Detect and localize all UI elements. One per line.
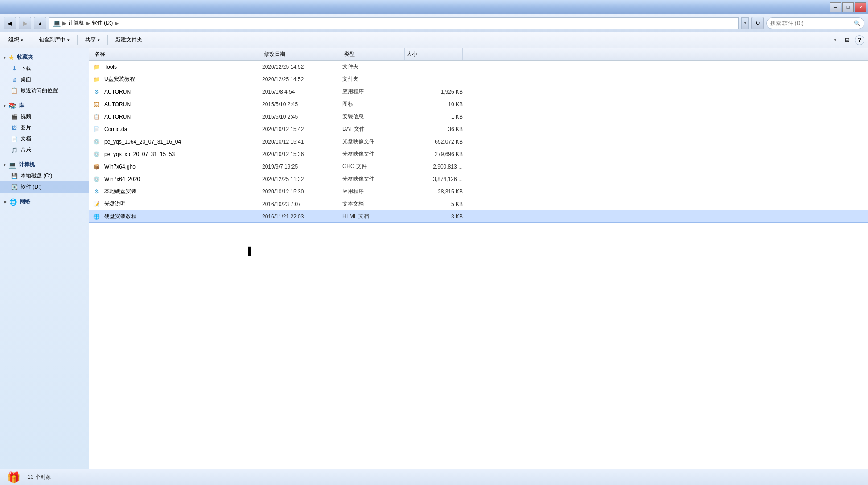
layout-icon: ⊞ (845, 37, 850, 43)
file-row[interactable]: 📁 Tools 2020/12/25 14:52 文件夹 (89, 61, 868, 73)
close-button[interactable]: ✕ (855, 2, 866, 12)
music-icon: 🎵 (11, 147, 18, 154)
back-button[interactable]: ◀ (4, 17, 16, 29)
file-row[interactable]: 💿 pe_yqs_xp_20_07_31_15_53 2020/10/12 15… (89, 148, 868, 160)
file-row[interactable]: 🌐 硬盘安装教程 2016/11/21 22:03 HTML 文档 3 KB (89, 210, 868, 223)
share-button[interactable]: 共享 ▾ (80, 34, 105, 46)
col-size-label: 大小 (407, 50, 417, 58)
file-row[interactable]: 📦 Win7x64.gho 2019/9/7 19:25 GHO 文件 2,90… (89, 160, 868, 173)
file-cell-date: 2016/11/21 22:03 (262, 214, 342, 220)
file-name: 本地硬盘安装 (104, 188, 136, 195)
path-icon: 💻 (53, 20, 61, 27)
file-cell-name: 🌐 硬盘安装教程 (93, 213, 262, 220)
recent-label: 最近访问的位置 (21, 87, 58, 95)
expand-arrow-library: ▾ (4, 103, 6, 108)
network-header[interactable]: ▶ 🌐 网络 (0, 196, 89, 207)
document-label: 文档 (21, 135, 31, 143)
expand-arrow-favorites: ▾ (4, 55, 6, 60)
file-row[interactable]: 💿 pe_yqs_1064_20_07_31_16_04 2020/10/12 … (89, 136, 868, 148)
col-header-type[interactable]: 类型 (342, 48, 405, 60)
file-name: Config.dat (104, 126, 129, 132)
layout-button[interactable]: ⊞ (841, 34, 853, 46)
file-cell-size: 10 KB (405, 101, 463, 107)
picture-label: 图片 (21, 124, 31, 132)
file-cell-type: 文件夹 (342, 63, 405, 70)
file-name: pe_yqs_1064_20_07_31_16_04 (104, 139, 181, 145)
sidebar-item-music[interactable]: 🎵 音乐 (0, 144, 89, 156)
sidebar: ▾ ★ 收藏夹 ⬇ 下载 🖥 桌面 📋 最近访问的位置 ▾ 📚 库 (0, 48, 89, 469)
sidebar-item-download[interactable]: ⬇ 下载 (0, 63, 89, 74)
file-row[interactable]: 📄 Config.dat 2020/10/12 15:42 DAT 文件 36 … (89, 123, 868, 136)
minimize-button[interactable]: ─ (830, 2, 841, 12)
help-button[interactable]: ? (855, 35, 864, 45)
music-label: 音乐 (21, 146, 31, 154)
file-row[interactable]: 📝 光盘说明 2016/10/23 7:07 文本文档 5 KB (89, 198, 868, 210)
file-icon: ⚙ (93, 88, 100, 95)
file-cell-type: 图标 (342, 100, 405, 108)
up-button[interactable]: ▲ (34, 17, 46, 29)
library-label: 库 (19, 102, 24, 109)
file-row[interactable]: ⚙ 本地硬盘安装 2020/10/12 15:30 应用程序 28,315 KB (89, 185, 868, 198)
include-label: 包含到库中 (39, 36, 66, 44)
file-cell-date: 2020/10/12 15:30 (262, 189, 342, 195)
forward-button[interactable]: ▶ (19, 17, 31, 29)
file-name: Tools (104, 64, 117, 70)
library-header[interactable]: ▾ 📚 库 (0, 100, 89, 111)
file-icon: 🌐 (93, 213, 100, 220)
drive-c-label: 本地磁盘 (C:) (21, 172, 52, 180)
file-row[interactable]: 🖼 AUTORUN 2015/5/10 2:45 图标 10 KB (89, 98, 868, 111)
file-cell-name: 💿 Win7x64_2020 (93, 176, 262, 183)
sidebar-item-video[interactable]: 🎬 视频 (0, 111, 89, 122)
col-header-date[interactable]: 修改日期 (262, 48, 342, 60)
file-cell-name: 📦 Win7x64.gho (93, 163, 262, 170)
file-row[interactable]: 📁 U盘安装教程 2020/12/25 14:52 文件夹 (89, 73, 868, 86)
new-folder-button[interactable]: 新建文件夹 (111, 34, 147, 46)
path-separator-3: ▶ (115, 20, 119, 26)
sidebar-item-drive-c[interactable]: 💾 本地磁盘 (C:) (0, 170, 89, 181)
sidebar-item-drive-d[interactable]: 💽 软件 (D:) (0, 181, 89, 193)
address-dropdown-button[interactable]: ▾ (741, 17, 749, 29)
window-controls: ─ □ ✕ (830, 2, 866, 12)
computer-header[interactable]: ▾ 💻 计算机 (0, 159, 89, 170)
file-row[interactable]: ⚙ AUTORUN 2016/1/8 4:54 应用程序 1,926 KB (89, 86, 868, 98)
col-header-name[interactable]: 名称 (93, 48, 262, 60)
file-name: U盘安装教程 (104, 75, 135, 83)
file-row[interactable]: 💿 Win7x64_2020 2020/12/25 11:32 光盘映像文件 3… (89, 173, 868, 185)
address-bar: ◀ ▶ ▲ 💻 ▶ 计算机 ▶ 软件 (D:) ▶ ▾ ↻ 🔍 (0, 14, 868, 32)
sidebar-item-desktop[interactable]: 🖥 桌面 (0, 74, 89, 85)
file-cell-name: 📁 Tools (93, 63, 262, 70)
search-box[interactable]: 🔍 (766, 17, 864, 29)
organize-button[interactable]: 组织 ▾ (4, 34, 28, 46)
file-list: 📁 Tools 2020/12/25 14:52 文件夹 📁 U盘安装教程 20… (89, 61, 868, 223)
path-part-computer[interactable]: 计算机 (68, 19, 84, 27)
file-cell-size: 279,696 KB (405, 151, 463, 157)
view-arrow: ▾ (834, 38, 836, 42)
computer-icon: 💻 (8, 161, 16, 169)
file-cell-type: 安装信息 (342, 113, 405, 120)
sidebar-item-document[interactable]: 📄 文档 (0, 133, 89, 144)
view-options-button[interactable]: ≡ ▾ (828, 34, 839, 46)
status-count: 13 个对象 (28, 473, 51, 481)
library-icon: 📚 (8, 102, 16, 109)
favorites-header[interactable]: ▾ ★ 收藏夹 (0, 52, 89, 63)
file-icon: 🖼 (93, 101, 100, 108)
path-part-drive[interactable]: 软件 (D:) (92, 19, 113, 27)
file-cell-date: 2020/10/12 15:36 (262, 151, 342, 157)
column-headers: 名称 修改日期 类型 大小 (89, 48, 868, 61)
file-icon: 📋 (93, 113, 100, 120)
address-path[interactable]: 💻 ▶ 计算机 ▶ 软件 (D:) ▶ (49, 17, 739, 29)
sidebar-item-picture[interactable]: 🖼 图片 (0, 122, 89, 133)
desktop-icon: 🖥 (11, 76, 18, 83)
file-name: 硬盘安装教程 (104, 213, 136, 220)
search-input[interactable] (770, 20, 852, 26)
file-name: pe_yqs_xp_20_07_31_15_53 (104, 151, 175, 157)
include-library-button[interactable]: 包含到库中 ▾ (34, 34, 74, 46)
picture-icon: 🖼 (11, 124, 18, 132)
maximize-button[interactable]: □ (842, 2, 854, 12)
file-icon: 💿 (93, 151, 100, 158)
sidebar-item-recent[interactable]: 📋 最近访问的位置 (0, 85, 89, 96)
file-cell-date: 2016/10/23 7:07 (262, 201, 342, 207)
file-row[interactable]: 📋 AUTORUN 2015/5/10 2:45 安装信息 1 KB (89, 111, 868, 123)
refresh-button[interactable]: ↻ (751, 17, 764, 29)
col-header-size[interactable]: 大小 (405, 48, 463, 60)
